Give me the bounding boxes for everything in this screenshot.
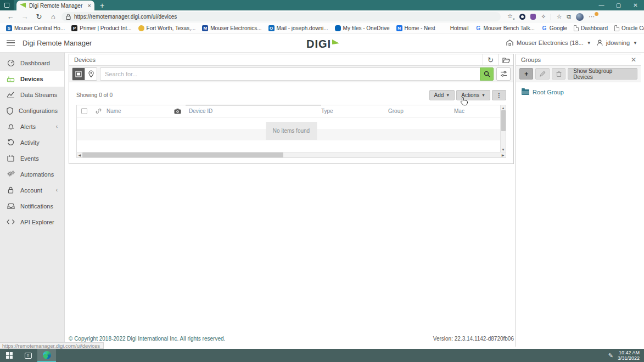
map-view-button[interactable]: [85, 68, 97, 80]
forward-button[interactable]: →: [19, 13, 31, 20]
scroll-down-arrow[interactable]: ▼: [502, 147, 505, 152]
scroll-left-arrow[interactable]: ◀: [77, 153, 82, 157]
advanced-filter-button[interactable]: [496, 67, 511, 81]
magnifier-icon: [484, 71, 490, 77]
extension-ring-icon[interactable]: [519, 14, 525, 20]
extension-outline-icon[interactable]: ✧: [541, 14, 546, 20]
search-input[interactable]: [100, 67, 480, 81]
bookmark-item[interactable]: GGoogle: [539, 24, 570, 32]
sidebar-item-api-explorer[interactable]: API Explorer: [0, 214, 64, 230]
window-minimize-button[interactable]: —: [593, 0, 610, 10]
edge-logo-icon: [43, 351, 51, 359]
bookmark-item[interactable]: NHome - Nest: [394, 24, 438, 32]
bookmark-item[interactable]: GMouser Bench Talk...: [473, 24, 537, 32]
show-subgroup-devices-button[interactable]: Show Subgroup Devices: [568, 68, 637, 80]
list-view-button[interactable]: [72, 68, 85, 80]
digi-logo: DIGI: [306, 38, 339, 50]
profile-avatar[interactable]: [576, 13, 584, 21]
sidebar-item-devices[interactable]: Devices: [0, 71, 64, 87]
browser-nav-bar: ← → ↻ ⌂ https://remotemanager.digi.com/u…: [0, 10, 644, 23]
sidebar-item-alerts[interactable]: Alerts ‹: [0, 118, 64, 134]
favorites-star-icon[interactable]: ☆: [556, 14, 562, 20]
new-tab-button[interactable]: +: [100, 2, 104, 10]
table-body: No items found: [77, 117, 506, 152]
digi-logo-flag: [332, 38, 339, 44]
scrollbar-thumb[interactable]: [501, 110, 506, 131]
windows-ink-pen-icon[interactable]: ✎: [608, 352, 613, 359]
task-view-button[interactable]: ≡: [19, 349, 37, 362]
search-button[interactable]: [480, 67, 494, 81]
home-button[interactable]: ⌂: [47, 13, 59, 20]
extension-purple-icon[interactable]: [530, 14, 536, 20]
column-header-mac[interactable]: Mac: [454, 108, 489, 114]
sidebar-item-configurations[interactable]: Configurations: [0, 103, 64, 118]
bookmark-item[interactable]: OMail - joseph.downi...: [266, 24, 331, 32]
code-icon: [7, 219, 15, 225]
sidebar-item-account[interactable]: Account ‹: [0, 182, 64, 198]
delete-group-button[interactable]: [552, 68, 565, 80]
chevron-down-icon: ▼: [633, 41, 637, 46]
browser-essentials-icon[interactable]: ☆o: [507, 13, 514, 20]
user-menu[interactable]: jdowning ▼: [597, 39, 637, 46]
add-group-button[interactable]: +: [519, 68, 533, 80]
bookmark-item[interactable]: Oracle Content Mar...: [612, 24, 644, 32]
collections-icon[interactable]: ⧉: [567, 14, 571, 20]
back-button[interactable]: ←: [4, 13, 16, 20]
clock-time: 10:42 AM: [618, 350, 640, 355]
close-groups-panel-icon[interactable]: ✕: [626, 56, 641, 64]
devices-panel: Devices ↻ Showing 0 of 0 Add▼ Actions▼ ⋮: [69, 54, 514, 164]
bookmark-item[interactable]: MMouser Electronics...: [199, 24, 264, 32]
scrollbar-thumb[interactable]: [82, 152, 283, 157]
browser-tab[interactable]: Digi Remote Manager ×: [16, 1, 94, 10]
camera-column-icon[interactable]: [174, 109, 181, 114]
bookmark-item[interactable]: SMouser Central Ho...: [3, 24, 68, 32]
address-bar[interactable]: https://remotemanager.digi.com/ui/device…: [61, 12, 501, 21]
scroll-right-arrow[interactable]: ▶: [500, 153, 506, 157]
nest-icon: N: [396, 25, 402, 31]
taskbar-edge-button[interactable]: [37, 349, 56, 362]
horizontal-scrollbar[interactable]: ◀ ▶: [76, 152, 506, 158]
bookmark-item[interactable]: My files - OneDrive: [332, 24, 393, 32]
more-options-button[interactable]: ⋮: [492, 90, 506, 100]
vertical-scrollbar[interactable]: ▲ ▼: [500, 105, 506, 152]
sidebar-item-automations[interactable]: Automations: [0, 166, 64, 182]
bookmark-item[interactable]: Fort Worth, Texas,...: [136, 24, 199, 32]
sidebar-item-activity[interactable]: Activity: [0, 134, 64, 150]
bookmark-item[interactable]: Dashboard: [571, 24, 611, 32]
bookmark-item[interactable]: PPrimer | Product Int...: [69, 24, 134, 32]
sidebar: Dashboard Devices Data Streams Configura…: [0, 53, 65, 349]
refresh-devices-button[interactable]: ↻: [483, 54, 498, 66]
connection-column-icon[interactable]: [91, 108, 105, 114]
settings-menu-icon[interactable]: ⋯: [589, 13, 595, 20]
organization-selector[interactable]: Mouser Electronics (18... ▼: [506, 39, 591, 46]
group-panel-toggle-button[interactable]: [498, 54, 513, 66]
sidebar-item-data-streams[interactable]: Data Streams: [0, 87, 64, 103]
root-group-item[interactable]: Root Group: [516, 82, 641, 102]
table-row: [77, 140, 506, 152]
window-close-button[interactable]: ✕: [627, 0, 644, 10]
add-device-button[interactable]: Add▼: [429, 90, 455, 100]
page-icon: [574, 25, 579, 31]
shield-icon: [7, 107, 13, 115]
google-g-icon: G: [475, 25, 481, 31]
column-header-group[interactable]: Group: [388, 108, 454, 114]
taskbar-clock[interactable]: 10:42 AM 3/31/2022: [618, 350, 640, 361]
select-all-checkbox[interactable]: [77, 108, 91, 114]
weather-icon: [138, 25, 144, 31]
window-maximize-button[interactable]: ▢: [610, 0, 627, 10]
column-header-name[interactable]: Name: [105, 108, 186, 114]
sidebar-item-dashboard[interactable]: Dashboard: [0, 55, 64, 71]
refresh-button[interactable]: ↻: [33, 13, 45, 20]
tab-close-icon[interactable]: ×: [88, 3, 91, 9]
sidebar-item-notifications[interactable]: Notifications: [0, 198, 64, 214]
history-icon: [7, 139, 15, 146]
sidebar-item-events[interactable]: Events: [0, 150, 64, 166]
hamburger-menu-icon[interactable]: [7, 40, 15, 46]
edit-group-button[interactable]: [535, 68, 549, 80]
column-header-device-id[interactable]: Device ID: [186, 108, 321, 114]
scroll-up-arrow[interactable]: ▲: [502, 105, 505, 110]
start-button[interactable]: [0, 349, 19, 362]
column-header-type[interactable]: Type: [321, 108, 388, 114]
tab-actions-menu-button[interactable]: [0, 0, 14, 10]
bookmark-item[interactable]: Hotmail: [439, 24, 472, 32]
